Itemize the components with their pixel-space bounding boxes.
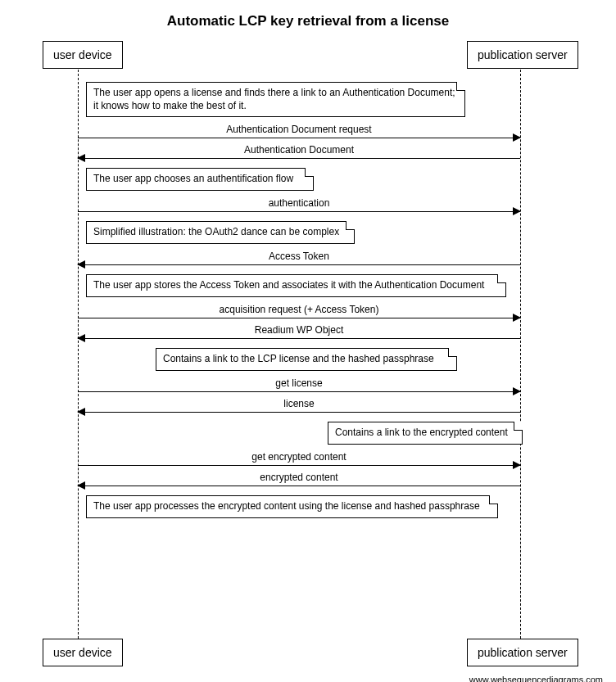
note-text: The user app chooses an authentification… — [93, 173, 293, 184]
arrowhead-left-icon — [77, 408, 85, 416]
actor-user-device-top: user device — [43, 41, 123, 69]
arrowhead-right-icon — [513, 387, 521, 395]
arrowhead-right-icon — [513, 207, 521, 215]
message-label: authentication — [78, 197, 520, 209]
note-process-content: The user app processes the encrypted con… — [86, 495, 498, 518]
actor-publication-server-top: publication server — [467, 41, 578, 69]
sequence-diagram: user device publication server user devi… — [8, 41, 608, 671]
arrow-get-encrypted-content: get encrypted content — [78, 465, 520, 466]
credit-link: www.websequencediagrams.com — [8, 675, 608, 682]
message-label: get license — [78, 377, 520, 389]
arrow-access-token: Access Token — [78, 264, 520, 265]
message-label: encrypted content — [78, 472, 520, 483]
arrow-auth-document: Authentication Document — [78, 158, 520, 159]
arrow-encrypted-content: encrypted content — [78, 486, 520, 486]
note-text: The user app processes the encrypted con… — [93, 500, 480, 512]
note-text: Contains a link to the LCP license and t… — [163, 353, 434, 364]
note-oauth2-dance: Simplified illustration: the OAuth2 danc… — [86, 221, 355, 244]
note-fold-icon — [346, 221, 355, 230]
arrowhead-right-icon — [513, 461, 521, 469]
message-label: Authentication Document — [78, 144, 520, 156]
note-store-token: The user app stores the Access Token and… — [86, 274, 506, 297]
message-label: license — [78, 398, 520, 409]
note-text: The user app stores the Access Token and… — [93, 279, 484, 291]
arrow-auth-doc-request: Authentication Document request — [78, 138, 520, 138]
note-choose-flow: The user app chooses an authentification… — [86, 168, 314, 191]
note-fold-icon — [305, 168, 314, 177]
message-label: acquisition request (+ Access Token) — [78, 304, 520, 315]
note-fold-icon — [514, 422, 523, 431]
arrow-readium-wp-object: Readium WP Object — [78, 338, 520, 339]
diagram-title: Automatic LCP key retrieval from a licen… — [8, 13, 608, 29]
note-contains-lcp-link: Contains a link to the LCP license and t… — [156, 348, 457, 371]
arrow-acquisition-request: acquisition request (+ Access Token) — [78, 318, 520, 318]
lifeline-right — [520, 65, 521, 647]
arrowhead-right-icon — [513, 314, 521, 322]
arrowhead-right-icon — [513, 133, 521, 142]
message-label: Authentication Document request — [78, 124, 520, 135]
arrow-get-license: get license — [78, 391, 520, 392]
message-label: Readium WP Object — [78, 324, 520, 336]
note-fold-icon — [497, 274, 506, 283]
arrowhead-left-icon — [77, 481, 85, 490]
note-fold-icon — [489, 495, 498, 504]
message-label: get encrypted content — [78, 451, 520, 463]
note-fold-icon — [456, 82, 465, 91]
arrowhead-left-icon — [77, 260, 85, 269]
message-label: Access Token — [78, 251, 520, 262]
note-open-license: The user app opens a license and finds t… — [86, 82, 465, 117]
note-text: Simplified illustration: the OAuth2 danc… — [93, 226, 339, 237]
actor-user-device-bottom: user device — [43, 639, 123, 666]
arrow-license: license — [78, 412, 520, 413]
note-text: The user app opens a license and finds t… — [93, 87, 455, 111]
arrowhead-left-icon — [77, 334, 85, 342]
note-text: Contains a link to the encrypted content — [335, 427, 508, 438]
arrow-authentication: authentication — [78, 211, 520, 212]
note-fold-icon — [448, 348, 457, 357]
note-contains-encrypted-link: Contains a link to the encrypted content — [328, 422, 523, 445]
arrowhead-left-icon — [77, 154, 85, 162]
actor-publication-server-bottom: publication server — [467, 639, 578, 666]
